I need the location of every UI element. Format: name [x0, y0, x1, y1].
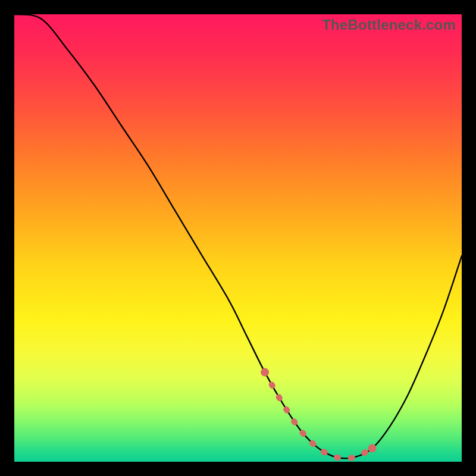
chart-frame: TheBottleneck.com — [0, 0, 476, 476]
bottleneck-curve-path — [14, 14, 462, 458]
bottleneck-highlight-dots — [261, 368, 376, 453]
plot-area: TheBottleneck.com — [14, 14, 462, 462]
chart-overlay — [14, 14, 462, 462]
highlight-end-dot — [261, 368, 269, 377]
bottleneck-highlight-path — [265, 372, 372, 459]
highlight-end-dot — [368, 444, 377, 452]
